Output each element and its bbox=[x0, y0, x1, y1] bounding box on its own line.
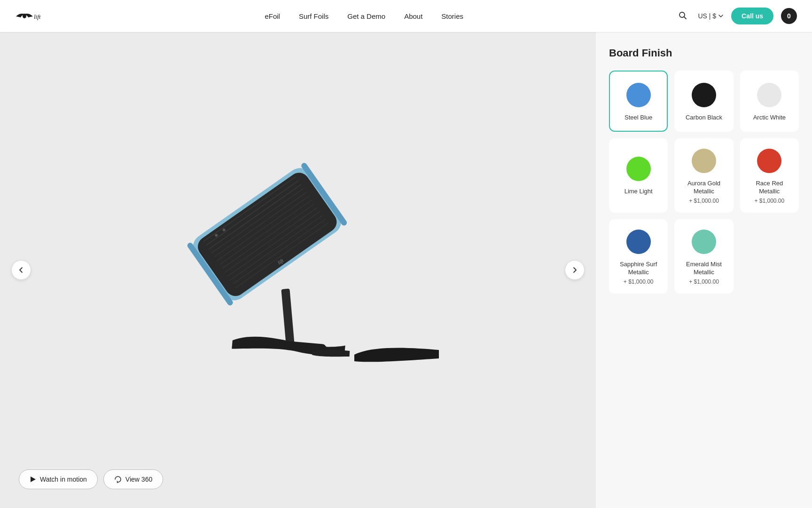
nav-about[interactable]: About bbox=[404, 12, 422, 20]
color-name-race-red: Race Red Metallic bbox=[747, 180, 792, 196]
search-icon bbox=[678, 11, 687, 20]
nav-stories[interactable]: Stories bbox=[441, 12, 463, 20]
color-name-aurora-gold: Aurora Gold Metallic bbox=[681, 180, 726, 196]
nav-efoil[interactable]: eFoil bbox=[265, 12, 280, 20]
color-card-lime-light[interactable]: Lime Light bbox=[609, 138, 668, 213]
color-price-sapphire-surf: + $1,000.00 bbox=[624, 278, 654, 285]
product-view: lift bbox=[0, 32, 596, 508]
color-name-lime-light: Lime Light bbox=[625, 188, 653, 196]
360-icon bbox=[114, 476, 122, 483]
next-arrow[interactable] bbox=[565, 260, 585, 280]
color-grid: Steel BlueCarbon BlackArctic WhiteLime L… bbox=[609, 71, 799, 294]
color-swatch-arctic-white bbox=[757, 83, 781, 107]
color-card-sapphire-surf[interactable]: Sapphire Surf Metallic+ $1,000.00 bbox=[609, 219, 668, 294]
color-name-sapphire-surf: Sapphire Surf Metallic bbox=[616, 261, 661, 277]
color-card-emerald-mist[interactable]: Emerald Mist Metallic+ $1,000.00 bbox=[674, 219, 733, 294]
color-swatch-sapphire-surf bbox=[626, 230, 651, 254]
color-price-emerald-mist: + $1,000.00 bbox=[689, 278, 719, 285]
color-swatch-race-red bbox=[757, 149, 781, 173]
svg-point-0 bbox=[23, 14, 26, 18]
header-right: US | $ Call us 0 bbox=[675, 8, 797, 24]
view-360-button[interactable]: View 360 bbox=[103, 469, 163, 489]
svg-text:lift: lift bbox=[34, 13, 41, 20]
board-illustration: lift bbox=[148, 138, 448, 402]
color-name-carbon-black: Carbon Black bbox=[686, 114, 722, 122]
color-swatch-steel-blue bbox=[626, 83, 651, 107]
main-nav: eFoil Surf Foils Get a Demo About Storie… bbox=[265, 12, 463, 20]
color-name-arctic-white: Arctic White bbox=[753, 114, 786, 122]
currency-selector[interactable]: US | $ bbox=[698, 12, 724, 20]
color-card-race-red[interactable]: Race Red Metallic+ $1,000.00 bbox=[740, 138, 799, 213]
color-card-aurora-gold[interactable]: Aurora Gold Metallic+ $1,000.00 bbox=[674, 138, 733, 213]
bottom-buttons: Watch in motion View 360 bbox=[19, 469, 163, 489]
call-button[interactable]: Call us bbox=[731, 8, 773, 24]
color-price-aurora-gold: + $1,000.00 bbox=[689, 198, 719, 204]
color-card-steel-blue[interactable]: Steel Blue bbox=[609, 71, 668, 132]
arrow-left-icon bbox=[17, 266, 25, 274]
color-card-arctic-white[interactable]: Arctic White bbox=[740, 71, 799, 132]
color-swatch-carbon-black bbox=[692, 83, 716, 107]
color-name-emerald-mist: Emerald Mist Metallic bbox=[681, 261, 726, 277]
main-content: lift bbox=[0, 0, 812, 508]
nav-get-demo[interactable]: Get a Demo bbox=[347, 12, 385, 20]
search-button[interactable] bbox=[675, 8, 690, 24]
play-icon bbox=[30, 476, 36, 483]
color-swatch-lime-light bbox=[626, 157, 651, 181]
color-panel: Board Finish Steel BlueCarbon BlackArcti… bbox=[596, 32, 812, 508]
cart-button[interactable]: 0 bbox=[781, 8, 797, 24]
section-title: Board Finish bbox=[609, 47, 799, 59]
board-image-container: lift bbox=[133, 105, 462, 435]
svg-point-2 bbox=[679, 12, 685, 17]
arrow-right-icon bbox=[571, 266, 578, 274]
nav-surf-foils[interactable]: Surf Foils bbox=[299, 12, 328, 20]
svg-marker-28 bbox=[31, 476, 36, 482]
color-price-race-red: + $1,000.00 bbox=[754, 198, 784, 204]
color-swatch-emerald-mist bbox=[692, 230, 716, 254]
watch-motion-button[interactable]: Watch in motion bbox=[19, 469, 98, 489]
header: lift eFoil Surf Foils Get a Demo About S… bbox=[0, 0, 812, 32]
chevron-down-icon bbox=[718, 13, 724, 19]
color-card-carbon-black[interactable]: Carbon Black bbox=[674, 71, 733, 132]
color-swatch-aurora-gold bbox=[692, 149, 716, 173]
prev-arrow[interactable] bbox=[11, 260, 31, 280]
logo[interactable]: lift bbox=[15, 6, 53, 26]
color-name-steel-blue: Steel Blue bbox=[625, 114, 652, 122]
